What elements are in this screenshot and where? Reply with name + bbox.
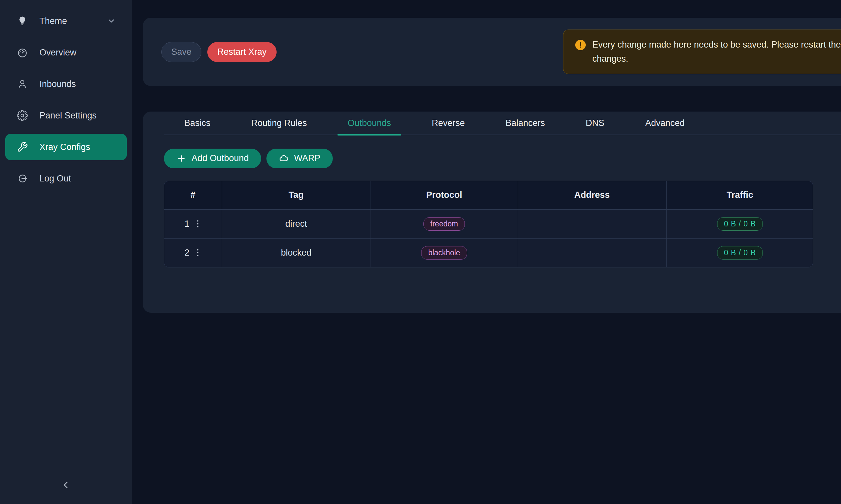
sidebar-item-panel-settings[interactable]: Panel Settings [5,102,127,129]
config-tabs: Basics Routing Rules Outbounds Reverse B… [164,111,841,135]
warp-button[interactable]: WARP [267,149,333,168]
tab-routing-rules[interactable]: Routing Rules [231,111,328,135]
sidebar-item-label: Inbounds [39,79,76,89]
table-header-row: # Tag Protocol Address Traffic [164,181,813,209]
column-header-protocol: Protocol [371,181,518,209]
tab-dns[interactable]: DNS [565,111,625,135]
toolbar-card: Save Restart Xray ! Every change made he… [143,18,841,86]
row-menu-kebab-icon[interactable] [194,248,201,257]
sidebar: Theme Overview Inbounds Panel Settings X… [0,0,132,504]
tab-outbounds[interactable]: Outbounds [327,111,411,135]
add-outbound-label: Add Outbound [191,153,249,163]
chevron-down-icon [107,17,116,25]
warning-icon: ! [575,40,586,50]
sidebar-item-xray-configs[interactable]: Xray Configs [5,134,127,160]
sidebar-item-label: Log Out [39,174,71,184]
outbounds-actions-row: Add Outbound WARP [164,148,841,168]
restart-xray-button[interactable]: Restart Xray [207,42,277,62]
xray-configs-card: Basics Routing Rules Outbounds Reverse B… [143,111,841,313]
tab-advanced[interactable]: Advanced [625,111,705,135]
cloud-icon [279,154,289,163]
sidebar-item-label: Xray Configs [39,142,90,152]
protocol-badge: blackhole [421,246,467,259]
address-cell [518,238,666,267]
sidebar-item-log-out[interactable]: Log Out [5,165,127,192]
row-menu-kebab-icon[interactable] [194,219,201,229]
address-cell [518,209,666,238]
main-content: Save Restart Xray ! Every change made he… [132,0,841,504]
bulb-icon [16,15,28,27]
user-icon [16,78,28,90]
traffic-badge: 0 B / 0 B [717,217,763,231]
traffic-badge: 0 B / 0 B [717,246,763,259]
row-number: 1 [185,219,190,229]
table-row: 2 blocked blackhole 0 B / 0 B [164,238,813,267]
logout-icon [16,173,28,184]
sidebar-item-label: Theme [39,16,67,26]
sidebar-item-theme[interactable]: Theme [5,8,127,34]
sidebar-item-label: Panel Settings [39,111,97,121]
plus-icon [176,154,186,163]
row-number: 2 [185,248,190,258]
sidebar-item-overview[interactable]: Overview [5,39,127,66]
tag-cell: direct [222,209,371,238]
table-row: 1 direct freedom 0 B / 0 B [164,209,813,238]
tab-basics[interactable]: Basics [164,111,231,135]
sidebar-item-inbounds[interactable]: Inbounds [5,71,127,97]
outbounds-table: # Tag Protocol Address Traffic 1 [164,181,813,267]
chevron-left-icon [60,480,71,490]
add-outbound-button[interactable]: Add Outbound [164,149,261,168]
column-header-num: # [164,181,222,209]
restart-warning-alert: ! Every change made here needs to be sav… [563,30,841,74]
column-header-tag: Tag [222,181,371,209]
column-header-traffic: Traffic [666,181,813,209]
warp-label: WARP [294,153,320,163]
sidebar-collapse-button[interactable] [55,474,76,496]
wrench-icon [16,141,28,153]
column-header-address: Address [518,181,666,209]
save-button[interactable]: Save [161,42,201,62]
sidebar-item-label: Overview [39,48,76,58]
gauge-icon [16,47,28,58]
alert-text: Every change made here needs to be saved… [592,38,841,66]
protocol-badge: freedom [424,217,465,231]
gear-icon [16,110,28,121]
tab-balancers[interactable]: Balancers [485,111,565,135]
tag-cell: blocked [222,238,371,267]
tab-reverse[interactable]: Reverse [411,111,485,135]
